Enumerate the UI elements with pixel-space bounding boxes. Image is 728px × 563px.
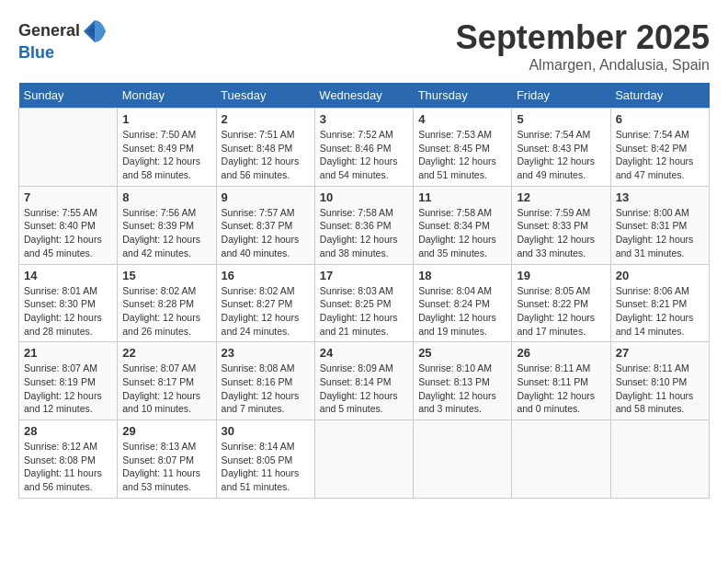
weekday-header-sunday: Sunday [19,83,118,109]
calendar-cell: 14Sunrise: 8:01 AM Sunset: 8:30 PM Dayli… [19,264,118,342]
weekday-header-friday: Friday [512,83,610,109]
day-number: 23 [222,346,310,360]
day-number: 10 [320,190,408,204]
day-info: Sunrise: 7:59 AM Sunset: 8:33 PM Dayligh… [517,206,605,260]
calendar-cell [314,420,413,499]
day-info: Sunrise: 8:08 AM Sunset: 8:16 PM Dayligh… [222,362,310,416]
calendar-cell: 28Sunrise: 8:12 AM Sunset: 8:08 PM Dayli… [19,420,118,499]
location: Almargen, Andalusia, Spain [456,57,710,74]
weekday-header-row: SundayMondayTuesdayWednesdayThursdayFrid… [19,83,710,109]
calendar-cell: 30Sunrise: 8:14 AM Sunset: 8:05 PM Dayli… [216,420,314,499]
day-number: 4 [418,112,506,126]
calendar-cell: 29Sunrise: 8:13 AM Sunset: 8:07 PM Dayli… [118,420,216,499]
calendar-cell: 9Sunrise: 7:57 AM Sunset: 8:37 PM Daylig… [216,186,314,264]
day-info: Sunrise: 7:50 AM Sunset: 8:49 PM Dayligh… [122,128,210,182]
day-info: Sunrise: 8:04 AM Sunset: 8:24 PM Dayligh… [418,284,506,339]
day-info: Sunrise: 7:55 AM Sunset: 8:40 PM Dayligh… [24,206,112,260]
day-number: 30 [222,424,310,438]
day-info: Sunrise: 8:10 AM Sunset: 8:13 PM Dayligh… [418,362,506,416]
day-info: Sunrise: 7:56 AM Sunset: 8:39 PM Dayligh… [122,206,210,260]
logo-general: General [18,21,80,40]
logo-blue: Blue [18,44,108,63]
calendar-cell: 1Sunrise: 7:50 AM Sunset: 8:49 PM Daylig… [118,109,216,187]
day-number: 6 [616,112,704,126]
day-info: Sunrise: 8:06 AM Sunset: 8:21 PM Dayligh… [616,284,704,339]
day-number: 12 [517,190,605,204]
calendar-cell: 27Sunrise: 8:11 AM Sunset: 8:10 PM Dayli… [610,342,709,420]
day-info: Sunrise: 7:54 AM Sunset: 8:42 PM Dayligh… [616,128,704,182]
calendar-cell: 13Sunrise: 8:00 AM Sunset: 8:31 PM Dayli… [610,186,709,264]
weekday-header-saturday: Saturday [610,83,709,109]
calendar-cell: 8Sunrise: 7:56 AM Sunset: 8:39 PM Daylig… [118,186,216,264]
day-info: Sunrise: 8:05 AM Sunset: 8:22 PM Dayligh… [517,284,605,339]
day-number: 21 [24,346,112,360]
day-number: 7 [24,190,112,204]
day-info: Sunrise: 8:11 AM Sunset: 8:11 PM Dayligh… [517,362,605,416]
day-number: 9 [222,190,310,204]
calendar-cell: 7Sunrise: 7:55 AM Sunset: 8:40 PM Daylig… [19,186,118,264]
day-number: 20 [616,269,704,282]
calendar-cell: 10Sunrise: 7:58 AM Sunset: 8:36 PM Dayli… [314,186,413,264]
day-number: 8 [122,190,210,204]
day-info: Sunrise: 7:57 AM Sunset: 8:37 PM Dayligh… [222,206,310,260]
day-number: 2 [222,112,310,126]
weekday-header-wednesday: Wednesday [314,83,413,109]
week-row-4: 28Sunrise: 8:12 AM Sunset: 8:08 PM Dayli… [19,420,710,499]
day-info: Sunrise: 7:52 AM Sunset: 8:46 PM Dayligh… [320,128,408,182]
day-number: 1 [122,112,210,126]
day-number: 15 [122,269,210,282]
logo-text: General [18,18,108,44]
day-info: Sunrise: 8:13 AM Sunset: 8:07 PM Dayligh… [122,440,210,494]
calendar-cell [512,420,610,499]
day-info: Sunrise: 7:58 AM Sunset: 8:34 PM Dayligh… [418,206,506,260]
calendar-cell: 5Sunrise: 7:54 AM Sunset: 8:43 PM Daylig… [512,109,610,187]
day-number: 17 [320,269,408,282]
day-info: Sunrise: 8:11 AM Sunset: 8:10 PM Dayligh… [616,362,704,416]
calendar-cell: 24Sunrise: 8:09 AM Sunset: 8:14 PM Dayli… [314,342,413,420]
day-info: Sunrise: 8:02 AM Sunset: 8:28 PM Dayligh… [122,284,210,339]
day-info: Sunrise: 8:00 AM Sunset: 8:31 PM Dayligh… [616,206,704,260]
day-info: Sunrise: 8:07 AM Sunset: 8:19 PM Dayligh… [24,362,112,416]
day-info: Sunrise: 8:03 AM Sunset: 8:25 PM Dayligh… [320,284,408,339]
calendar-cell [19,109,118,187]
calendar-cell: 17Sunrise: 8:03 AM Sunset: 8:25 PM Dayli… [314,264,413,342]
day-number: 22 [122,346,210,360]
day-info: Sunrise: 8:12 AM Sunset: 8:08 PM Dayligh… [24,440,112,494]
week-row-2: 14Sunrise: 8:01 AM Sunset: 8:30 PM Dayli… [19,264,710,342]
calendar-cell: 16Sunrise: 8:02 AM Sunset: 8:27 PM Dayli… [216,264,314,342]
day-info: Sunrise: 8:02 AM Sunset: 8:27 PM Dayligh… [222,284,310,339]
day-number: 13 [616,190,704,204]
day-number: 26 [517,346,605,360]
day-info: Sunrise: 8:01 AM Sunset: 8:30 PM Dayligh… [24,284,112,339]
day-info: Sunrise: 7:54 AM Sunset: 8:43 PM Dayligh… [517,128,605,182]
day-number: 16 [222,269,310,282]
calendar-cell [414,420,512,499]
day-number: 11 [418,190,506,204]
day-info: Sunrise: 8:07 AM Sunset: 8:17 PM Dayligh… [122,362,210,416]
month-title: September 2025 [456,18,710,57]
calendar-cell: 23Sunrise: 8:08 AM Sunset: 8:16 PM Dayli… [216,342,314,420]
calendar-cell: 11Sunrise: 7:58 AM Sunset: 8:34 PM Dayli… [414,186,512,264]
week-row-0: 1Sunrise: 7:50 AM Sunset: 8:49 PM Daylig… [19,109,710,187]
page-header: General Blue September 2025 Almargen, An… [18,18,710,74]
day-number: 5 [517,112,605,126]
calendar-cell: 26Sunrise: 8:11 AM Sunset: 8:11 PM Dayli… [512,342,610,420]
calendar-cell: 12Sunrise: 7:59 AM Sunset: 8:33 PM Dayli… [512,186,610,264]
day-number: 3 [320,112,408,126]
day-info: Sunrise: 7:58 AM Sunset: 8:36 PM Dayligh… [320,206,408,260]
calendar-cell: 25Sunrise: 8:10 AM Sunset: 8:13 PM Dayli… [414,342,512,420]
weekday-header-tuesday: Tuesday [216,83,314,109]
logo-icon [82,18,108,44]
week-row-1: 7Sunrise: 7:55 AM Sunset: 8:40 PM Daylig… [19,186,710,264]
day-number: 24 [320,346,408,360]
logo: General Blue [18,18,108,63]
weekday-header-monday: Monday [118,83,216,109]
calendar-table: SundayMondayTuesdayWednesdayThursdayFrid… [18,83,710,499]
calendar-cell: 6Sunrise: 7:54 AM Sunset: 8:42 PM Daylig… [610,109,709,187]
calendar-cell: 21Sunrise: 8:07 AM Sunset: 8:19 PM Dayli… [19,342,118,420]
day-number: 14 [24,269,112,282]
calendar-cell: 3Sunrise: 7:52 AM Sunset: 8:46 PM Daylig… [314,109,413,187]
day-number: 19 [517,269,605,282]
calendar-cell: 2Sunrise: 7:51 AM Sunset: 8:48 PM Daylig… [216,109,314,187]
calendar-cell: 15Sunrise: 8:02 AM Sunset: 8:28 PM Dayli… [118,264,216,342]
